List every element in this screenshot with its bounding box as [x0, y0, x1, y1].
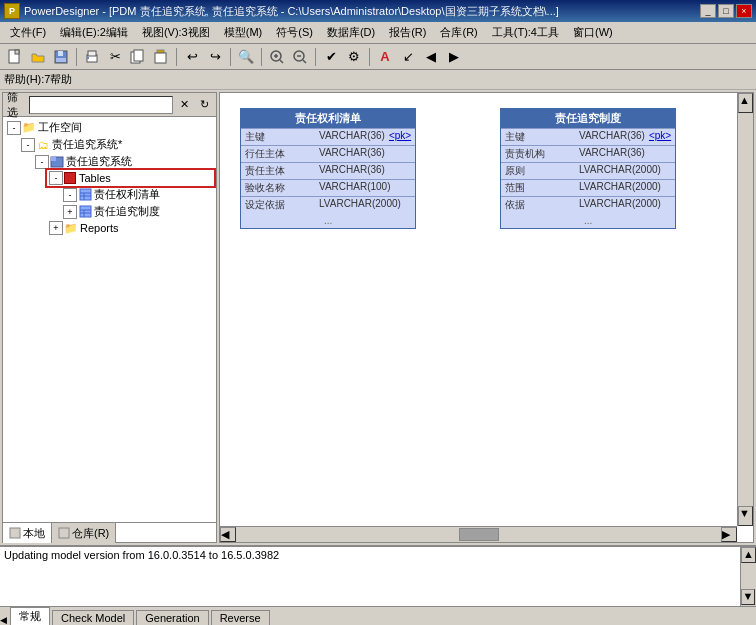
- tree-item-table2[interactable]: + 责任追究制度: [61, 203, 214, 220]
- scrollbar-right-btn[interactable]: ▶: [721, 527, 737, 542]
- toolbar-save[interactable]: [50, 46, 72, 68]
- toolbar-text[interactable]: A: [374, 46, 396, 68]
- tree-toggle-reports[interactable]: +: [49, 221, 63, 235]
- tree-item-tables[interactable]: - Tables: [47, 170, 214, 186]
- output-tab-check[interactable]: Check Model: [52, 610, 134, 625]
- output-tab-generation[interactable]: Generation: [136, 610, 208, 625]
- col-type-1: VARCHAR(36): [319, 130, 385, 144]
- svg-rect-7: [87, 57, 89, 59]
- toolbar-paste[interactable]: [150, 46, 172, 68]
- filter-bar: 筛选 ✕ ↻: [3, 93, 216, 117]
- toolbar-prev[interactable]: ◀: [420, 46, 442, 68]
- tree-label-system1: 责任追究系统*: [52, 137, 122, 152]
- scrollbar-thumb-h[interactable]: [459, 528, 499, 541]
- db-table-system[interactable]: 责任追究制度 主键 VARCHAR(36) <pk> 责责机构 VARCHAR(…: [500, 108, 676, 229]
- menu-database[interactable]: 数据库(D): [321, 23, 381, 42]
- title-text: PowerDesigner - [PDM 责任追究系统, 责任追究系统 - C:…: [24, 4, 559, 19]
- tree-toggle-table2[interactable]: +: [63, 205, 77, 219]
- menu-tools[interactable]: 工具(T):4工具: [486, 23, 565, 42]
- tree-item-workspace[interactable]: - 📁 工作空间: [5, 119, 214, 136]
- col-pk-1: <pk>: [389, 130, 411, 144]
- toolbar-new[interactable]: [4, 46, 26, 68]
- output-tab-reverse[interactable]: Reverse: [211, 610, 270, 625]
- output-scroll-down[interactable]: ▼: [741, 589, 755, 605]
- minimize-button[interactable]: _: [700, 4, 716, 18]
- title-bar: P PowerDesigner - [PDM 责任追究系统, 责任追究系统 - …: [0, 0, 756, 22]
- sys-col-name-5: 依据: [505, 198, 575, 212]
- tree-item-table1[interactable]: - 责任权利清单: [61, 186, 214, 203]
- svg-rect-21: [80, 189, 91, 200]
- scrollbar-up-btn[interactable]: ▲: [738, 93, 753, 113]
- tree-toggle-workspace[interactable]: -: [7, 121, 21, 135]
- toolbar-find[interactable]: 🔍: [235, 46, 257, 68]
- scrollbar-down-btn[interactable]: ▼: [738, 506, 753, 526]
- menu-view[interactable]: 视图(V):3视图: [136, 23, 216, 42]
- system1-icon: 🗂: [36, 138, 50, 152]
- diagram-scrollbar-h[interactable]: ◀ ▶: [220, 526, 737, 542]
- toolbar-next[interactable]: ▶: [443, 46, 465, 68]
- tree-toggle-tables[interactable]: -: [49, 171, 63, 185]
- filter-clear-button[interactable]: ✕: [177, 96, 192, 114]
- help-text[interactable]: 帮助(H):7帮助: [4, 72, 72, 87]
- sys-col-name-2: 责责机构: [505, 147, 575, 161]
- toolbar-open[interactable]: [27, 46, 49, 68]
- output-scrollbar-v[interactable]: ▲ ▼: [740, 547, 756, 606]
- tree-toggle-table1[interactable]: -: [63, 188, 77, 202]
- close-button[interactable]: ×: [736, 4, 752, 18]
- diagram-area[interactable]: 责任权利清单 主键 VARCHAR(36) <pk> 行任主体 VARCHAR(…: [220, 93, 753, 542]
- toolbar-zoom-in[interactable]: [266, 46, 288, 68]
- svg-rect-25: [80, 206, 91, 217]
- tree-item-system2[interactable]: - 责任追究系统: [33, 153, 214, 170]
- menu-report[interactable]: 报告(R): [383, 23, 432, 42]
- sys-col-type-3: LVARCHAR(2000): [579, 164, 661, 178]
- svg-line-18: [303, 60, 306, 63]
- menu-model[interactable]: 模型(M): [218, 23, 269, 42]
- toolbar-copy[interactable]: [127, 46, 149, 68]
- menu-symbol[interactable]: 符号(S): [270, 23, 319, 42]
- col-name-5: 设定依据: [245, 198, 315, 212]
- scrollbar-left-btn[interactable]: ◀: [220, 527, 236, 542]
- sys-col-name-3: 原则: [505, 164, 575, 178]
- svg-rect-1: [15, 50, 19, 54]
- toolbar-print[interactable]: [81, 46, 103, 68]
- filter-refresh-button[interactable]: ↻: [197, 96, 212, 114]
- menu-warehouse[interactable]: 合库(R): [434, 23, 483, 42]
- tree-toggle-system1[interactable]: -: [21, 138, 35, 152]
- filter-label: 筛选: [7, 90, 25, 120]
- filter-input[interactable]: [29, 96, 173, 114]
- tree-label-workspace: 工作空间: [38, 120, 82, 135]
- toolbar-generate[interactable]: ⚙: [343, 46, 365, 68]
- db-table-system-row-1: 主键 VARCHAR(36) <pk>: [501, 128, 675, 145]
- toolbar-arrow[interactable]: ↙: [397, 46, 419, 68]
- tree-toggle-system2[interactable]: -: [35, 155, 49, 169]
- db-table-rights[interactable]: 责任权利清单 主键 VARCHAR(36) <pk> 行任主体 VARCHAR(…: [240, 108, 416, 229]
- sys-col-type-5: LVARCHAR(2000): [579, 198, 661, 212]
- menu-edit[interactable]: 编辑(E):2编辑: [54, 23, 134, 42]
- db-table-system-row-3: 原则 LVARCHAR(2000): [501, 162, 675, 179]
- svg-rect-30: [59, 528, 69, 538]
- db-table-system-row-2: 责责机构 VARCHAR(36): [501, 145, 675, 162]
- tab-local[interactable]: 本地: [3, 523, 52, 543]
- col-name-3: 责任主体: [245, 164, 315, 178]
- tab-warehouse-label: 仓库(R): [72, 526, 109, 541]
- workspace-icon: 📁: [22, 121, 36, 135]
- toolbar-redo[interactable]: ↪: [204, 46, 226, 68]
- db-table-system-row-5: 依据 LVARCHAR(2000): [501, 196, 675, 213]
- toolbar-cut[interactable]: ✂: [104, 46, 126, 68]
- output-section: Updating model version from 16.0.0.3514 …: [0, 545, 756, 625]
- right-panel: 责任权利清单 主键 VARCHAR(36) <pk> 行任主体 VARCHAR(…: [219, 92, 754, 543]
- diagram-scrollbar-v[interactable]: ▲ ▼: [737, 93, 753, 526]
- toolbar-zoom-out[interactable]: [289, 46, 311, 68]
- menu-file[interactable]: 文件(F): [4, 23, 52, 42]
- toolbar-check[interactable]: ✔: [320, 46, 342, 68]
- tree-item-system1[interactable]: - 🗂 责任追究系统*: [19, 136, 214, 153]
- maximize-button[interactable]: □: [718, 4, 734, 18]
- menu-window[interactable]: 窗口(W): [567, 23, 619, 42]
- menu-bar: 文件(F) 编辑(E):2编辑 视图(V):3视图 模型(M) 符号(S) 数据…: [0, 22, 756, 44]
- output-tab-general[interactable]: 常规: [10, 607, 50, 625]
- toolbar-undo[interactable]: ↩: [181, 46, 203, 68]
- output-scroll-up[interactable]: ▲: [741, 547, 756, 563]
- tab-warehouse[interactable]: 仓库(R): [52, 523, 116, 543]
- tab-nav-left[interactable]: ◀: [0, 615, 7, 625]
- tree-item-reports[interactable]: + 📁 Reports: [47, 220, 214, 236]
